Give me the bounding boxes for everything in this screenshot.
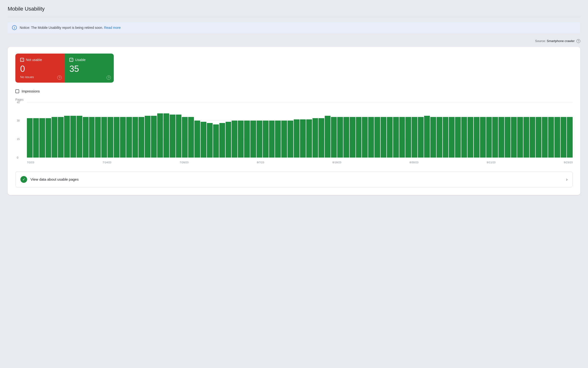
impressions-label: Impressions (22, 89, 40, 93)
view-data-button[interactable]: ✓ View data about usable pages › (15, 172, 573, 187)
chart-bar (101, 117, 107, 157)
chart-x-label: 8/30/23 (410, 161, 419, 164)
not-usable-card: Not usable 0 No issues ? (15, 54, 64, 83)
chart-bar (39, 118, 45, 157)
chart-bar (64, 116, 70, 157)
chart-bar (163, 113, 169, 157)
chart-bar (548, 117, 554, 157)
chart-bar (176, 115, 182, 157)
divider (8, 17, 580, 17)
chart-bar (70, 116, 76, 157)
chart-bar (157, 113, 163, 157)
chart-bar (492, 117, 498, 157)
chart-x-label: 7/14/23 (102, 161, 111, 164)
chart-bar (194, 120, 200, 157)
notice-text: Notice: The Mobile Usability report is b… (20, 26, 121, 29)
chart-bar (232, 120, 237, 157)
chart-bar (387, 117, 393, 157)
usable-checkbox (69, 58, 73, 62)
chart-grid-label: 45 (17, 101, 20, 104)
main-card: Not usable 0 No issues ? Usable 35 ? Imp… (8, 47, 580, 195)
chart-bar (52, 117, 57, 157)
notice-banner: i Notice: The Mobile Usability report is… (8, 22, 580, 33)
status-cards: Not usable 0 No issues ? Usable 35 ? (15, 54, 114, 83)
chart-bar (499, 117, 504, 157)
chart-bar (126, 117, 132, 157)
chart-bar (250, 120, 256, 157)
chart-y-label: Pages (15, 98, 573, 101)
chart-grid-label: 0 (17, 156, 18, 159)
view-data-left: ✓ View data about usable pages (20, 176, 79, 183)
chart-x-label: 9/23/23 (564, 161, 573, 164)
chart-bar (188, 117, 194, 157)
chart-bar (337, 117, 343, 157)
chart-bar (524, 117, 529, 157)
chart-x-axis: 7/2/237/14/237/26/238/7/238/18/238/30/23… (27, 157, 573, 165)
read-more-link[interactable]: Read more (104, 26, 120, 29)
chart-bar (468, 117, 473, 157)
chart-bar (263, 120, 268, 157)
info-icon: i (12, 25, 17, 30)
usable-help-icon[interactable]: ? (107, 75, 111, 80)
not-usable-checkbox (20, 58, 24, 62)
chart-bar (449, 117, 454, 157)
chart-bar (269, 120, 275, 157)
chart-bar (405, 117, 411, 157)
usable-label: Usable (75, 58, 86, 62)
chart-bar (374, 117, 380, 157)
chart-bar (133, 117, 138, 157)
chart-bar (418, 117, 424, 157)
impressions-toggle[interactable]: Impressions (15, 89, 573, 93)
chart-bar (201, 122, 206, 157)
view-data-label: View data about usable pages (30, 177, 79, 181)
usable-card: Usable 35 ? (64, 54, 114, 83)
chart-bar (430, 117, 436, 157)
not-usable-desc: No issues (20, 75, 60, 79)
chart-bar (27, 118, 33, 157)
chart-x-label: 8/18/23 (332, 161, 341, 164)
chart-bar (281, 120, 287, 157)
chart-grid-label: 30 (17, 119, 20, 122)
chart-bar (120, 117, 126, 157)
chart-bar (412, 117, 417, 157)
chart-bar (331, 117, 337, 157)
chart-bar (219, 123, 225, 157)
impressions-checkbox[interactable] (15, 89, 19, 93)
chart-bar (530, 117, 535, 157)
not-usable-help-icon[interactable]: ? (57, 75, 62, 80)
chart-bar (300, 120, 306, 157)
chart-bar (461, 117, 467, 157)
chart-bar (437, 117, 442, 157)
chart-bar (58, 117, 64, 157)
chart-bar (182, 117, 188, 157)
page-title: Mobile Usability (8, 6, 580, 12)
chart-bar (77, 116, 82, 157)
chart-bar (294, 120, 300, 157)
chart-bar (381, 117, 386, 157)
chart-bar (567, 117, 573, 157)
chart-bar (368, 117, 374, 157)
chart-bar (238, 120, 244, 157)
chart-bar (393, 117, 399, 157)
chart-bar (83, 117, 89, 157)
chart-bar (517, 117, 523, 157)
chart-bar (554, 117, 560, 157)
chart-bar (424, 116, 430, 157)
chart-bar (138, 117, 144, 157)
chart-bar (511, 117, 517, 157)
chart-bar (114, 117, 119, 157)
chart-bar (312, 118, 318, 157)
chart-x-label: 8/7/23 (257, 161, 264, 164)
not-usable-label: Not usable (26, 58, 42, 62)
chart-bar (325, 116, 330, 157)
chart-bar (561, 117, 566, 157)
chart-bar (244, 120, 250, 157)
chart-bar (505, 117, 510, 157)
chart-bar (95, 117, 101, 157)
not-usable-count: 0 (20, 64, 60, 74)
chart-bar (213, 124, 219, 157)
source-help-icon[interactable]: ? (577, 39, 580, 43)
chart-bar (443, 117, 449, 157)
chart-bar (257, 120, 262, 157)
chart-bar (542, 117, 548, 157)
